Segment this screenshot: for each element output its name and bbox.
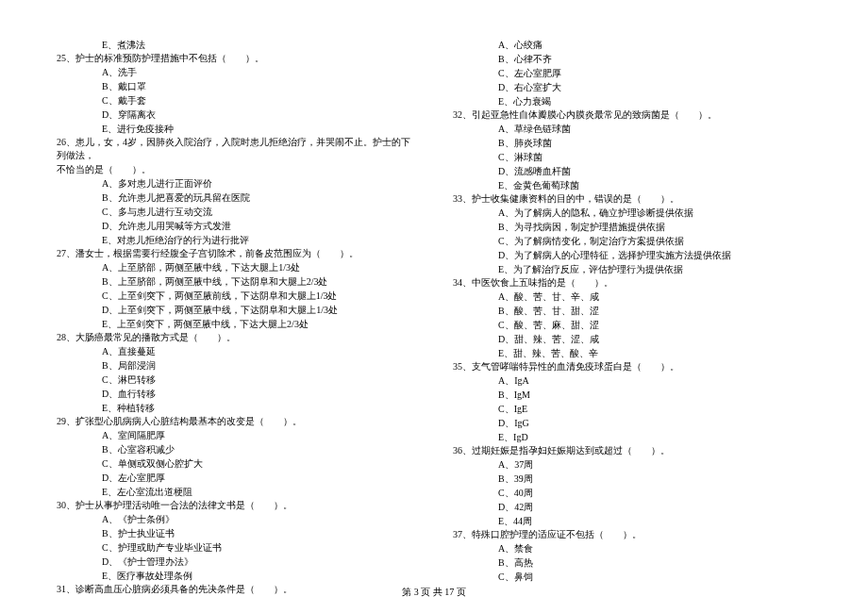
option-text: A、禁食 [453,541,811,555]
option-text: C、为了解病情变化，制定治疗方案提供依据 [453,234,811,248]
option-text: A、IgA [453,373,811,388]
option-text: D、IgG [453,416,811,430]
option-text: E、甜、辣、苦、酸、辛 [453,346,811,360]
option-text: C、酸、苦、麻、甜、涩 [453,318,811,332]
question-35: 35、支气管哮喘特异性的血清免疫球蛋白是（ ）。 [453,360,811,373]
option-text: E、为了解治疗反应，评估护理行为提供依据 [453,262,811,276]
question-26: 26、患儿，女，4岁，因肺炎入院治疗，入院时患儿拒绝治疗，并哭闹不止。护士的下列… [57,136,415,162]
option-text: B、护士执业证书 [57,526,415,540]
option-text: B、局部浸润 [57,358,415,373]
option-text: B、高热 [453,555,811,570]
left-column: E、煮沸法 25、护士的标准预防护理措施中不包括（ ）。 A、洗手 B、戴口罩 … [57,38,415,596]
question-27: 27、潘女士，根据需要行经腹全子宫切除术，前备皮范围应为（ ）。 [57,247,415,260]
page-footer: 第 3 页 共 17 页 [0,586,868,599]
right-column: A、心绞痛 B、心律不齐 C、左心室肥厚 D、右心室扩大 E、心力衰竭 32、引… [453,38,811,596]
option-text: A、草绿色链球菌 [453,122,811,136]
document-columns: E、煮沸法 25、护士的标准预防护理措施中不包括（ ）。 A、洗手 B、戴口罩 … [57,38,811,596]
question-32: 32、引起亚急性自体瓣膜心内膜炎最常见的致病菌是（ ）。 [453,108,811,122]
option-text: C、单侧或双侧心腔扩大 [57,456,415,471]
option-text: B、为寻找病因，制定护理措施提供依据 [453,220,811,234]
option-text: B、酸、苦、甘、甜、涩 [453,304,811,318]
option-text: B、肺炎球菌 [453,136,811,150]
option-text: C、多与患儿进行互动交流 [57,205,415,219]
option-text: D、右心室扩大 [453,80,811,94]
option-text: B、上至脐部，两侧至腋中线，下达阴阜和大腿上2/3处 [57,274,415,289]
option-text: B、IgM [453,388,811,402]
option-text: B、心律不齐 [453,52,811,66]
option-text: D、甜、辣、苦、涩、咸 [453,332,811,346]
option-text: A、心绞痛 [453,38,811,52]
option-text: D、允许患儿用哭喊等方式发泄 [57,219,415,233]
option-text: C、IgE [453,402,811,416]
option-text: D、42周 [453,500,811,514]
option-text: E、种植转移 [57,401,415,415]
option-text: E、IgD [453,430,811,444]
question-30: 30、护士从事护理活动唯一合法的法律文书是（ ）。 [57,499,415,512]
option-text: E、44周 [453,514,811,528]
option-text: B、允许患儿把喜爱的玩具留在医院 [57,191,415,205]
option-text: E、医疗事故处理条例 [57,569,415,583]
option-text: C、左心室肥厚 [453,66,811,80]
option-text: A、上至脐部，两侧至腋中线，下达大腿上1/3处 [57,260,415,274]
option-text: E、对患儿拒绝治疗的行为进行批评 [57,233,415,247]
option-text: E、金黄色葡萄球菌 [453,178,811,192]
option-text: B、戴口罩 [57,79,415,93]
option-text: C、淋球菌 [453,150,811,164]
option-text: A、为了解病人的隐私，确立护理诊断提供依据 [453,206,811,220]
option-text: D、左心室肥厚 [57,471,415,485]
option-text: B、心室容积减少 [57,442,415,456]
option-text: D、穿隔离衣 [57,108,415,122]
option-text: C、护理或助产专业毕业证书 [57,540,415,555]
option-text: A、37周 [453,457,811,472]
option-text: C、鼻饲 [453,570,811,584]
option-text: C、戴手套 [57,93,415,108]
option-text: A、酸、苦、甘、辛、咸 [453,290,811,304]
question-37: 37、特殊口腔护理的适应证不包括（ ）。 [453,528,811,541]
option-text: E、心力衰竭 [453,94,811,108]
option-text: C、上至剑突下，两侧至腋前线，下达阴阜和大腿上1/3处 [57,289,415,303]
option-text: D、流感嗜血杆菌 [453,164,811,178]
option-text: D、《护士管理办法》 [57,555,415,569]
option-text: E、左心室流出道梗阻 [57,485,415,499]
question-34: 34、中医饮食上五味指的是（ ）。 [453,276,811,290]
option-text: D、为了解病人的心理特征，选择护理实施方法提供依据 [453,248,811,262]
option-text: B、39周 [453,472,811,486]
question-26-cont: 不恰当的是（ ）。 [57,162,415,176]
option-text: A、室间隔肥厚 [57,428,415,442]
option-text: D、血行转移 [57,387,415,401]
option-text: A、多对患儿进行正面评价 [57,176,415,191]
question-33: 33、护士收集健康资料的目的中，错误的是（ ）。 [453,192,811,206]
option-text: C、40周 [453,486,811,500]
option-text: A、《护士条例》 [57,512,415,526]
option-text: E、上至剑突下，两侧至腋中线，下达大腿上2/3处 [57,317,415,331]
option-text: E、煮沸法 [57,38,415,52]
question-36: 36、过期妊娠是指孕妇妊娠期达到或超过（ ）。 [453,444,811,457]
question-29: 29、扩张型心肌病病人心脏结构最基本的改变是（ ）。 [57,415,415,428]
question-25: 25、护士的标准预防护理措施中不包括（ ）。 [57,52,415,65]
option-text: C、淋巴转移 [57,373,415,387]
question-28: 28、大肠癌最常见的播散方式是（ ）。 [57,331,415,344]
option-text: A、直接蔓延 [57,344,415,358]
option-text: E、进行免疫接种 [57,122,415,136]
option-text: D、上至剑突下，两侧至腋中线，下达阴阜和大腿上1/3处 [57,303,415,317]
option-text: A、洗手 [57,65,415,79]
